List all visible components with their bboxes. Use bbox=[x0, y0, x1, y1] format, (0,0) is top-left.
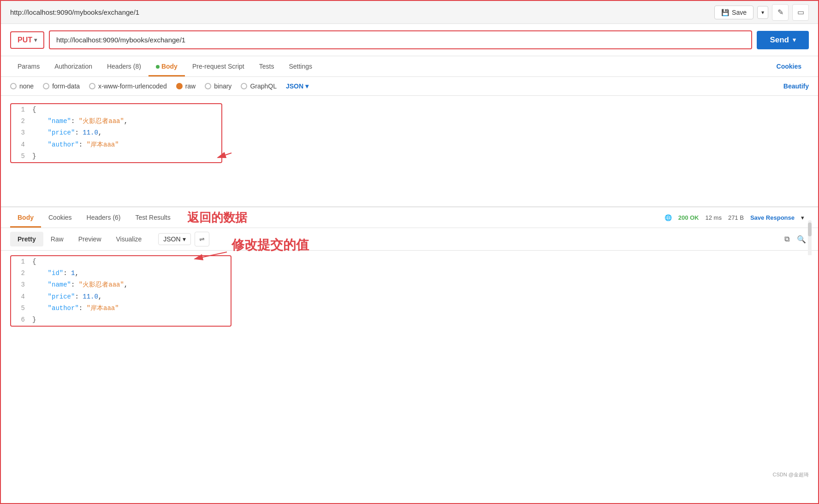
request-bar: PUT ▾ Send ▾ bbox=[1, 24, 818, 56]
tab-body[interactable]: Body bbox=[148, 56, 185, 76]
tab-pre-request[interactable]: Pre-request Script bbox=[185, 56, 252, 76]
req-line-num-2: 2 bbox=[11, 116, 30, 127]
pretty-tab-raw[interactable]: Raw bbox=[43, 232, 71, 246]
tabs-bar: Params Authorization Headers (8) Body Pr… bbox=[1, 56, 818, 77]
resp-line-num-4: 4 bbox=[11, 291, 30, 303]
radio-none[interactable]: none bbox=[10, 82, 34, 90]
json-format-chevron-icon: ▾ bbox=[183, 235, 186, 243]
pretty-tab-visualize[interactable]: Visualize bbox=[109, 232, 149, 246]
resp-line-content-3: "name": "火影忍者aaa", bbox=[30, 279, 231, 291]
resp-line-5: 5 "author": "岸本aaa" bbox=[11, 303, 231, 314]
radio-graphql-circle bbox=[241, 83, 247, 89]
search-icon-button[interactable]: 🔍 bbox=[794, 232, 809, 246]
json-chevron-icon: ▾ bbox=[305, 82, 309, 90]
response-tab-test-results[interactable]: Test Results bbox=[128, 207, 178, 228]
radio-binary-label: binary bbox=[214, 82, 231, 90]
send-button[interactable]: Send ▾ bbox=[757, 31, 809, 49]
radio-graphql-label: GraphQL bbox=[250, 82, 277, 90]
json-format-label: JSON bbox=[163, 235, 180, 243]
save-button[interactable]: 💾 Save bbox=[714, 6, 754, 19]
req-line-num-1: 1 bbox=[11, 104, 30, 116]
req-line-num-4: 4 bbox=[11, 139, 30, 151]
response-tab-cookies[interactable]: Cookies bbox=[41, 207, 79, 228]
radio-binary-circle bbox=[205, 83, 211, 89]
resp-line-content-1: { bbox=[30, 256, 231, 268]
title-bar: http://localhost:9090/mybooks/exchange/1… bbox=[1, 1, 818, 24]
tab-tests[interactable]: Tests bbox=[252, 56, 282, 76]
response-tab-body[interactable]: Body bbox=[10, 207, 41, 228]
radio-urlencoded-circle bbox=[89, 83, 95, 89]
pretty-tab-preview[interactable]: Preview bbox=[71, 232, 109, 246]
req-line-content-3: "price": 11.0, bbox=[30, 127, 221, 139]
globe-icon: 🌐 bbox=[665, 214, 672, 221]
resp-line-num-6: 6 bbox=[11, 314, 30, 326]
req-line-content-1: { bbox=[30, 104, 221, 116]
tab-authorization[interactable]: Authorization bbox=[47, 56, 100, 76]
radio-urlencoded[interactable]: x-www-form-urlencoded bbox=[89, 82, 167, 90]
request-scrollbar-thumb bbox=[808, 223, 812, 236]
pretty-tab-pretty[interactable]: Pretty bbox=[10, 232, 43, 246]
req-line-3: 3 "price": 11.0, bbox=[11, 127, 221, 139]
resp-line-2: 2 "id": 1, bbox=[11, 268, 231, 279]
response-section: Body Cookies Headers (6) Test Results 返回… bbox=[1, 206, 818, 375]
radio-form-data-label: form-data bbox=[52, 82, 80, 90]
req-line-1: 1 { bbox=[11, 104, 221, 116]
beautify-button[interactable]: Beautify bbox=[783, 82, 809, 90]
json-format-selector[interactable]: JSON ▾ bbox=[158, 233, 190, 245]
body-type-bar: none form-data x-www-form-urlencoded raw… bbox=[1, 77, 818, 96]
req-line-4: 4 "author": "岸本aaa" bbox=[11, 139, 221, 151]
tab-settings[interactable]: Settings bbox=[281, 56, 320, 76]
filter-icon-button[interactable]: ⇌ bbox=[195, 232, 209, 246]
resp-line-num-1: 1 bbox=[11, 256, 30, 268]
status-size: 271 B bbox=[728, 214, 744, 221]
method-selector[interactable]: PUT ▾ bbox=[10, 31, 44, 49]
tab-cookies[interactable]: Cookies bbox=[769, 56, 809, 76]
method-label: PUT bbox=[18, 36, 32, 44]
response-body-area: 1 { 2 "id": 1, 3 "name": "火影忍者aaa", bbox=[1, 255, 818, 375]
resp-line-num-3: 3 bbox=[11, 279, 30, 291]
radio-urlencoded-label: x-www-form-urlencoded bbox=[98, 82, 167, 90]
status-ok-badge: 200 OK bbox=[678, 214, 699, 221]
editor-section: 1 { 2 "name": "火影忍者aaa", 3 "price": 11.0… bbox=[1, 96, 818, 197]
resp-line-3: 3 "name": "火影忍者aaa", bbox=[11, 279, 231, 291]
title-actions: 💾 Save ▾ ✎ ▭ bbox=[714, 4, 809, 21]
annotation-modify: 修改提交的值 bbox=[231, 236, 309, 254]
json-type-selector[interactable]: JSON ▾ bbox=[286, 82, 309, 90]
response-body-editor[interactable]: 1 { 2 "id": 1, 3 "name": "火影忍者aaa", bbox=[10, 255, 231, 327]
response-tab-headers[interactable]: Headers (6) bbox=[79, 207, 128, 228]
resp-line-content-2: "id": 1, bbox=[30, 268, 231, 279]
req-line-content-2: "name": "火影忍者aaa", bbox=[30, 116, 221, 127]
radio-raw[interactable]: raw bbox=[176, 82, 196, 90]
radio-graphql[interactable]: GraphQL bbox=[241, 82, 277, 90]
radio-binary[interactable]: binary bbox=[205, 82, 231, 90]
edit-icon-button[interactable]: ✎ bbox=[772, 4, 789, 21]
title-url: http://localhost:9090/mybooks/exchange/1 bbox=[10, 8, 139, 16]
save-response-button[interactable]: Save Response bbox=[750, 214, 795, 221]
resp-line-content-5: "author": "岸本aaa" bbox=[30, 303, 231, 314]
json-type-label: JSON bbox=[286, 82, 303, 90]
status-time: 12 ms bbox=[706, 214, 722, 221]
radio-raw-circle bbox=[176, 83, 183, 89]
method-chevron-icon: ▾ bbox=[34, 37, 37, 43]
req-line-5: 5 } bbox=[11, 151, 221, 162]
send-chevron-icon: ▾ bbox=[793, 36, 796, 43]
comment-icon-button[interactable]: ▭ bbox=[792, 4, 809, 21]
request-body-editor[interactable]: 1 { 2 "name": "火影忍者aaa", 3 "price": 11.0… bbox=[10, 103, 222, 163]
resp-line-content-4: "price": 11.0, bbox=[30, 291, 231, 303]
copy-icon-button[interactable]: ⧉ bbox=[779, 232, 794, 246]
save-dropdown-button[interactable]: ▾ bbox=[757, 6, 768, 19]
response-tabs-bar: Body Cookies Headers (6) Test Results 返回… bbox=[1, 207, 818, 228]
req-line-content-5: } bbox=[30, 151, 221, 162]
resp-line-6: 6 } bbox=[11, 314, 231, 326]
radio-form-data[interactable]: form-data bbox=[43, 82, 80, 90]
save-label: Save bbox=[732, 9, 747, 16]
tab-headers[interactable]: Headers (8) bbox=[100, 56, 148, 76]
url-input[interactable] bbox=[49, 30, 752, 49]
save-icon: 💾 bbox=[721, 9, 729, 16]
tab-params[interactable]: Params bbox=[10, 56, 47, 76]
req-line-content-4: "author": "岸本aaa" bbox=[30, 139, 221, 151]
send-label: Send bbox=[770, 35, 789, 45]
watermark: CSDN @金超琦 bbox=[773, 471, 809, 478]
req-line-2: 2 "name": "火影忍者aaa", bbox=[11, 116, 221, 127]
save-response-chevron-icon[interactable]: ▾ bbox=[801, 214, 804, 221]
